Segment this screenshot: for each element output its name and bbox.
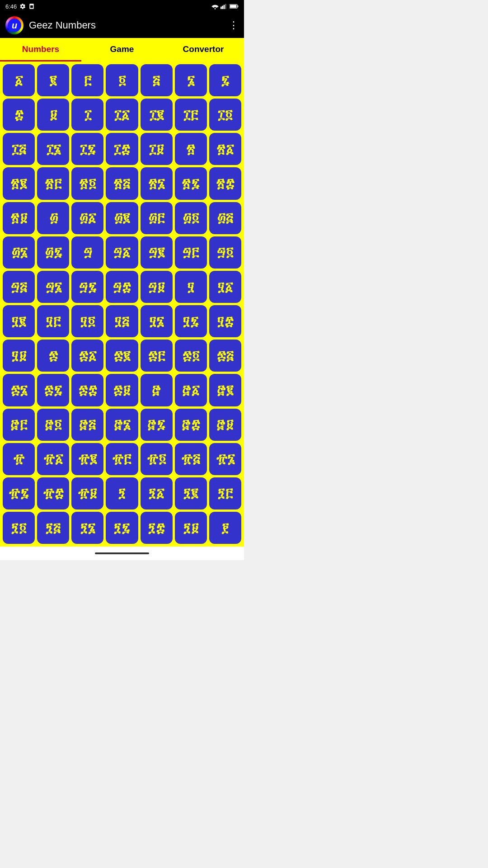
overflow-menu-icon[interactable]: ⋮ bbox=[229, 19, 239, 31]
geez-cell[interactable]: ፲፩ bbox=[106, 99, 138, 131]
geez-cell[interactable]: ፶፯ bbox=[175, 305, 207, 337]
geez-cell[interactable]: ፶፬ bbox=[71, 305, 103, 337]
geez-cell[interactable]: ፸ bbox=[141, 374, 173, 406]
tab-numbers[interactable]: Numbers bbox=[0, 38, 81, 60]
geez-cell[interactable]: ፵፪ bbox=[141, 236, 173, 269]
geez-cell[interactable]: ፷፯ bbox=[37, 374, 69, 406]
geez-cell[interactable]: ፵፮ bbox=[37, 271, 69, 303]
geez-cell[interactable]: ፩ bbox=[3, 64, 35, 96]
geez-cell[interactable]: ፸፬ bbox=[37, 409, 69, 441]
geez-cell[interactable]: ፷፱ bbox=[106, 374, 138, 406]
geez-cell[interactable]: ፯ bbox=[209, 64, 241, 96]
geez-cell[interactable]: ፴፮ bbox=[3, 236, 35, 269]
geez-cell[interactable]: ፷፪ bbox=[106, 340, 138, 372]
geez-cell[interactable]: ፪ bbox=[37, 64, 69, 96]
geez-cell[interactable]: ፶፰ bbox=[209, 305, 241, 337]
geez-cell[interactable]: ፴፩ bbox=[71, 202, 103, 234]
geez-cell[interactable]: ፳፫ bbox=[37, 167, 69, 199]
geez-cell[interactable]: ፴፪ bbox=[106, 202, 138, 234]
geez-cell[interactable]: ፴፬ bbox=[175, 202, 207, 234]
geez-cell[interactable]: ፳፪ bbox=[3, 167, 35, 199]
geez-cell[interactable]: ፴፯ bbox=[37, 236, 69, 269]
geez-cell[interactable]: ፷፮ bbox=[3, 374, 35, 406]
geez-cell[interactable]: ፱ bbox=[37, 99, 69, 131]
geez-cell[interactable]: ፺፩ bbox=[141, 477, 173, 509]
geez-cell[interactable]: ፶፩ bbox=[209, 271, 241, 303]
geez-cell[interactable]: ፷፬ bbox=[175, 340, 207, 372]
geez-cell[interactable]: ፬ bbox=[106, 64, 138, 96]
geez-cell[interactable]: ፹፯ bbox=[3, 477, 35, 509]
geez-cell[interactable]: ፹፩ bbox=[37, 443, 69, 475]
geez-cell[interactable]: ፹፱ bbox=[71, 477, 103, 509]
geez-cell[interactable]: ፷፩ bbox=[71, 340, 103, 372]
tab-game[interactable]: Game bbox=[81, 38, 163, 60]
geez-cell[interactable]: ፳፬ bbox=[71, 167, 103, 199]
geez-cell[interactable]: ፷ bbox=[37, 340, 69, 372]
geez-cell[interactable]: ፶ bbox=[175, 271, 207, 303]
geez-cell[interactable]: ፵፭ bbox=[3, 271, 35, 303]
geez-cell[interactable]: ፺፬ bbox=[3, 512, 35, 544]
geez-cell[interactable]: ፳፭ bbox=[106, 167, 138, 199]
geez-cell[interactable]: ፺ bbox=[106, 477, 138, 509]
geez-cell[interactable]: ፺፰ bbox=[141, 512, 173, 544]
geez-cell[interactable]: ፲፰ bbox=[106, 133, 138, 165]
geez-cell[interactable]: ፹ bbox=[3, 443, 35, 475]
geez-cell[interactable]: ፶፫ bbox=[37, 305, 69, 337]
geez-cell[interactable]: ፳፮ bbox=[141, 167, 173, 199]
geez-cell[interactable]: ፲፬ bbox=[209, 99, 241, 131]
geez-cell[interactable]: ፲፮ bbox=[37, 133, 69, 165]
geez-cell[interactable]: ፲፪ bbox=[141, 99, 173, 131]
geez-cell[interactable]: ፷፭ bbox=[209, 340, 241, 372]
geez-cell[interactable]: ፴፫ bbox=[141, 202, 173, 234]
geez-cell[interactable]: ፳፩ bbox=[209, 133, 241, 165]
geez-cell[interactable]: ፸፫ bbox=[3, 409, 35, 441]
geez-cell[interactable]: ፹፭ bbox=[175, 443, 207, 475]
geez-cell[interactable]: ፺፱ bbox=[175, 512, 207, 544]
geez-cell[interactable]: ፲፱ bbox=[141, 133, 173, 165]
geez-cell[interactable]: ፴ bbox=[37, 202, 69, 234]
geez-cell[interactable]: ፲፯ bbox=[71, 133, 103, 165]
geez-cell[interactable]: ፷፫ bbox=[141, 340, 173, 372]
geez-cell[interactable]: ፸፮ bbox=[106, 409, 138, 441]
geez-cell[interactable]: ፵፯ bbox=[71, 271, 103, 303]
geez-cell[interactable]: ፹፮ bbox=[209, 443, 241, 475]
geez-cell[interactable]: ፺፭ bbox=[37, 512, 69, 544]
geez-cell[interactable]: ፰ bbox=[3, 99, 35, 131]
geez-cell[interactable]: ፳፱ bbox=[3, 202, 35, 234]
geez-cell[interactable]: ፫ bbox=[71, 64, 103, 96]
geez-cell[interactable]: ፷፰ bbox=[71, 374, 103, 406]
geez-cell[interactable]: ፵፰ bbox=[106, 271, 138, 303]
geez-cell[interactable]: ፺፪ bbox=[175, 477, 207, 509]
geez-cell[interactable]: ፵፱ bbox=[141, 271, 173, 303]
geez-cell[interactable]: ፳፯ bbox=[175, 167, 207, 199]
geez-cell[interactable]: ፵፬ bbox=[209, 236, 241, 269]
geez-cell[interactable]: ፵፫ bbox=[175, 236, 207, 269]
geez-cell[interactable]: ፳፰ bbox=[209, 167, 241, 199]
geez-cell[interactable]: ፺፫ bbox=[209, 477, 241, 509]
geez-cell[interactable]: ፳ bbox=[175, 133, 207, 165]
geez-cell[interactable]: ፸፭ bbox=[71, 409, 103, 441]
geez-cell[interactable]: ፶፱ bbox=[3, 340, 35, 372]
geez-cell[interactable]: ፶፭ bbox=[106, 305, 138, 337]
geez-cell[interactable]: ፴፭ bbox=[209, 202, 241, 234]
geez-cell[interactable]: ፸፰ bbox=[175, 409, 207, 441]
geez-cell[interactable]: ፻ bbox=[209, 512, 241, 544]
geez-cell[interactable]: ፹፬ bbox=[141, 443, 173, 475]
geez-cell[interactable]: ፹፫ bbox=[106, 443, 138, 475]
geez-cell[interactable]: ፺፮ bbox=[71, 512, 103, 544]
geez-cell[interactable]: ፲ bbox=[71, 99, 103, 131]
geez-cell[interactable]: ፵፩ bbox=[106, 236, 138, 269]
geez-cell[interactable]: ፲፫ bbox=[175, 99, 207, 131]
geez-cell[interactable]: ፲፭ bbox=[3, 133, 35, 165]
geez-cell[interactable]: ፹፪ bbox=[71, 443, 103, 475]
tab-convertor[interactable]: Convertor bbox=[163, 38, 244, 60]
geez-cell[interactable]: ፹፰ bbox=[37, 477, 69, 509]
geez-cell[interactable]: ፵ bbox=[71, 236, 103, 269]
geez-cell[interactable]: ፶፪ bbox=[3, 305, 35, 337]
geez-cell[interactable]: ፺፯ bbox=[106, 512, 138, 544]
geez-cell[interactable]: ፸፩ bbox=[175, 374, 207, 406]
geez-cell[interactable]: ፸፯ bbox=[141, 409, 173, 441]
geez-cell[interactable]: ፸፪ bbox=[209, 374, 241, 406]
geez-cell[interactable]: ፭ bbox=[141, 64, 173, 96]
geez-cell[interactable]: ፸፱ bbox=[209, 409, 241, 441]
